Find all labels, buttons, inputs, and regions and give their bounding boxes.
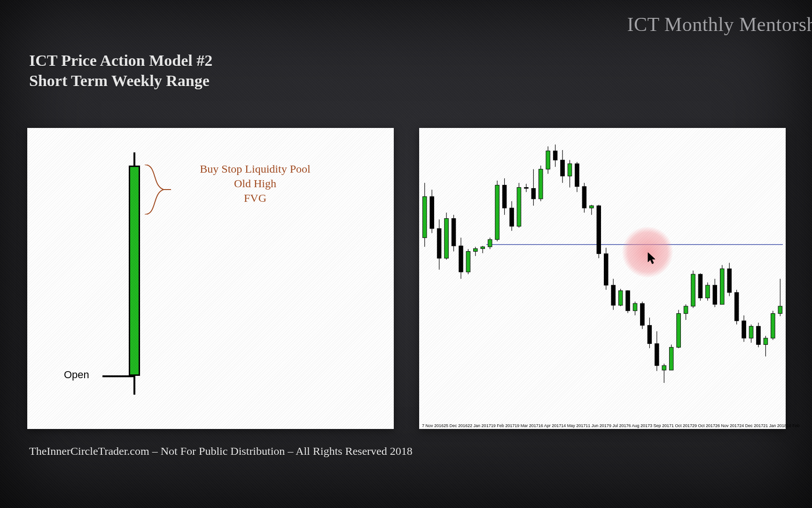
svg-rect-11 (452, 219, 455, 246)
svg-rect-5 (430, 197, 434, 229)
x-tick-label: 19 Feb 2017 (491, 423, 515, 428)
svg-rect-75 (684, 306, 687, 314)
title-block: ICT Price Action Model #2 Short Term Wee… (29, 51, 212, 91)
candle-wick-bottom (133, 376, 135, 395)
x-tick-label: 16 Apr 2017 (539, 423, 562, 428)
svg-rect-69 (662, 365, 666, 370)
x-tick-label: 3 Sep 2017 (650, 423, 671, 428)
svg-rect-83 (713, 285, 717, 304)
svg-rect-55 (611, 285, 615, 305)
open-pointer-line (102, 375, 135, 377)
svg-rect-95 (757, 326, 760, 345)
x-tick-label: 24 Dec 2017 (739, 423, 763, 428)
title-line-2: Short Term Weekly Range (29, 71, 212, 91)
title-line-1: ICT Price Action Model #2 (29, 51, 212, 71)
x-tick-label: 29 Oct 2017 (692, 423, 715, 428)
svg-rect-81 (706, 285, 710, 298)
svg-rect-89 (734, 293, 738, 321)
svg-rect-49 (590, 206, 593, 208)
svg-rect-35 (539, 169, 543, 199)
curly-brace-icon (143, 165, 171, 214)
svg-rect-25 (502, 185, 506, 208)
x-tick-label: 1 Oct 2017 (671, 423, 692, 428)
svg-rect-51 (597, 206, 601, 254)
svg-rect-67 (655, 344, 659, 366)
svg-rect-99 (771, 314, 775, 338)
annotation-line-1: Buy Stop Liquidity Pool (178, 162, 333, 176)
svg-rect-61 (633, 303, 637, 311)
x-tick-label: 19 Mar 2017 (515, 423, 539, 428)
svg-rect-39 (553, 151, 557, 160)
svg-rect-17 (474, 249, 477, 252)
svg-rect-47 (582, 187, 586, 208)
x-axis-ticks: 7 Nov 201625 Dec 201622 Jan 201719 Feb 2… (419, 423, 786, 428)
candle-body (129, 166, 140, 376)
svg-rect-59 (626, 291, 630, 311)
svg-rect-57 (618, 291, 622, 305)
svg-rect-3 (422, 197, 426, 238)
left-diagram-panel: Open Buy Stop Liquidity Pool Old High FV… (27, 128, 394, 429)
x-tick-label: 26 Nov 2017 (715, 423, 739, 428)
candle-wick-top (133, 152, 135, 166)
svg-rect-15 (466, 251, 470, 272)
svg-rect-37 (546, 151, 550, 169)
x-tick-label: 9 Jul 2017 (609, 423, 629, 428)
svg-rect-71 (669, 347, 673, 370)
svg-rect-97 (764, 338, 767, 345)
svg-rect-101 (778, 306, 782, 314)
footer-text: TheInnerCircleTrader.com – Not For Publi… (29, 445, 413, 458)
annotation-line-3: FVG (178, 191, 333, 206)
svg-rect-77 (691, 274, 695, 306)
x-tick-label: 25 Dec 2016 (444, 423, 468, 428)
svg-rect-31 (524, 188, 528, 189)
svg-rect-73 (677, 314, 680, 348)
svg-rect-41 (561, 160, 564, 176)
svg-rect-65 (648, 325, 651, 344)
annotation-line-2: Old High (178, 176, 333, 191)
svg-rect-7 (437, 229, 441, 258)
svg-rect-43 (568, 164, 571, 176)
svg-rect-13 (459, 246, 463, 272)
svg-rect-93 (749, 326, 753, 338)
annotation-block: Buy Stop Liquidity Pool Old High FVG (178, 162, 333, 206)
x-tick-label: 22 Jan 2017 (468, 423, 491, 428)
svg-rect-23 (495, 185, 499, 240)
svg-rect-9 (445, 219, 448, 258)
svg-rect-85 (720, 269, 724, 304)
svg-rect-87 (727, 269, 731, 292)
svg-rect-45 (575, 164, 579, 187)
x-tick-label: 6 Aug 2017 (628, 423, 650, 428)
right-chart-panel: 7 Nov 201625 Dec 201622 Jan 201719 Feb 2… (419, 128, 786, 429)
svg-rect-19 (481, 247, 484, 249)
x-tick-label: 14 May 2017 (561, 423, 586, 428)
x-tick-label: 21 Jan 2018 (763, 423, 787, 428)
x-tick-label: 11 Jun 2017 (586, 423, 609, 428)
svg-rect-29 (517, 188, 521, 227)
watermark-text: ICT Monthly Mentorsh (627, 13, 812, 36)
open-label: Open (64, 369, 89, 381)
slide-stage: ICT Monthly Mentorsh ICT Price Action Mo… (0, 0, 812, 508)
x-tick-label: 7 Nov 2016 (422, 423, 444, 428)
candlestick-chart (419, 128, 786, 429)
svg-rect-63 (640, 303, 644, 325)
svg-rect-53 (604, 254, 608, 285)
svg-rect-27 (510, 208, 514, 226)
svg-rect-33 (531, 188, 535, 198)
svg-rect-21 (488, 239, 492, 247)
svg-rect-91 (742, 321, 746, 338)
x-tick-label: 18 Feb (787, 423, 800, 428)
svg-rect-79 (698, 274, 702, 298)
